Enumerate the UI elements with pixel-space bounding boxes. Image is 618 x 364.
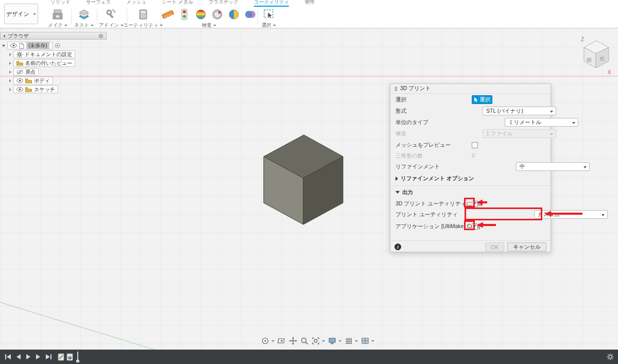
preview-mesh-checkbox[interactable] [472,142,478,148]
measure-ruler-icon[interactable] [162,8,174,21]
visibility-eye-icon[interactable] [16,78,23,83]
expand-arrow-icon[interactable] [9,88,11,91]
tab-solid[interactable]: ソリッド [50,0,71,7]
fit-icon[interactable] [312,337,320,345]
tab-utilities[interactable]: ユーティリティ [254,0,289,7]
orbit-icon[interactable] [261,337,269,345]
tab-plastic[interactable]: プラスチック [209,0,238,7]
fit-control[interactable] [312,337,325,345]
curvature-map-icon[interactable] [228,8,240,21]
print-utility-label: プリント ユーティリティ [396,211,458,218]
look-at-control[interactable] [278,337,286,345]
skip-to-end-button[interactable] [46,354,52,359]
display-settings-control[interactable] [328,337,341,345]
select-icon[interactable] [263,8,275,21]
chevron-down-icon [213,25,216,26]
pan-icon[interactable] [289,337,297,345]
calculator-icon[interactable] [137,8,149,21]
collapse-panel-icon[interactable] [3,34,5,38]
tab-mesh[interactable]: メッシュ [126,0,146,7]
zebra-analysis-icon[interactable] [195,8,207,21]
skip-to-start-button[interactable] [5,354,11,359]
tab-sheet-metal[interactable]: シート メタル [162,0,193,7]
viewports-control[interactable] [361,337,374,345]
look-at-icon[interactable] [278,337,286,345]
expand-arrow-icon[interactable] [9,53,11,56]
browser-item-sketches[interactable]: スケッチ [9,85,58,93]
grid-settings-control[interactable] [345,337,358,345]
accessibility-analysis-icon[interactable] [244,8,256,21]
body-feature-icon[interactable] [66,353,73,361]
addins-tools-icon[interactable] [105,8,117,21]
output-section-row[interactable]: 出力 [396,188,544,197]
step-forward-button[interactable] [36,354,40,359]
visibility-off-icon[interactable] [16,70,23,75]
fusion-window: Z 前 右 X デザイン ソリッド サーフェス メッシュ シート メタル プラス… [0,0,618,364]
zoom-icon[interactable] [300,337,308,345]
group-utility-label[interactable]: ユーティリティ [124,22,163,29]
expanded-section-icon[interactable] [396,191,400,194]
toolbar-divider [161,9,161,25]
interference-traffic-light-icon[interactable] [178,8,191,21]
group-utility: ユーティリティ [128,7,159,29]
make-3d-print-icon[interactable] [52,8,64,21]
format-row: 形式 STL (バイナリ) [396,107,544,115]
tab-surface[interactable]: サーフェス [86,0,111,7]
info-icon[interactable]: i [394,244,401,250]
expand-arrow-icon[interactable] [9,62,11,65]
visibility-eye-icon[interactable] [10,43,17,48]
group-inspect: 検査 [163,7,255,29]
timeline-playhead[interactable] [77,352,78,362]
display-settings-icon[interactable] [328,337,336,345]
active-document-radio-icon[interactable] [55,43,60,48]
step-back-button[interactable] [16,354,21,359]
timeline-bar [0,350,618,364]
browser-item-label: スケッチ [34,86,55,93]
group-addins-label[interactable]: アドイン [99,22,124,29]
play-button[interactable] [26,354,30,359]
display-mode-icon[interactable] [98,33,104,39]
grid-icon[interactable] [345,337,353,345]
dialog-header[interactable]: 3D プリント [390,84,551,94]
orbit-control[interactable] [261,337,274,345]
timeline-settings-gear-icon[interactable] [607,353,614,360]
ok-button[interactable]: OK [485,242,504,251]
nest-icon[interactable] [78,8,90,21]
browser-root-row[interactable]: (未保存) [2,42,60,49]
triangle-count-value: 0 [472,151,545,160]
zoom-control[interactable] [300,337,308,345]
visibility-eye-icon[interactable] [16,87,23,92]
refinement-select[interactable]: 中 [516,162,590,171]
group-select-label[interactable]: 選択 [262,22,276,29]
browser-item-named-views[interactable]: 名前の付いたビュー [9,59,75,67]
design-menu-button[interactable]: デザイン [4,4,38,24]
group-inspect-label[interactable]: 検査 [202,22,216,29]
expand-arrow-icon[interactable] [9,71,11,74]
cancel-button[interactable]: キャンセル [507,242,546,251]
refinement-options-row[interactable]: リファインメント オプション [396,174,544,183]
toolbar-divider [97,9,97,25]
print-utility-select[interactable]: カスタム [534,210,608,219]
pan-control[interactable] [289,337,297,345]
application-checkbox[interactable]: ✓ [472,223,478,230]
selection-button[interactable]: 選択 [472,95,492,104]
collapsed-section-icon[interactable] [396,177,398,181]
browser-item-document-settings[interactable]: ドキュメントの設定 [9,50,75,58]
expand-arrow-icon[interactable] [2,45,5,47]
browser-item-bodies[interactable]: ボディ [9,77,53,84]
format-select[interactable]: STL (バイナリ) [483,107,556,115]
viewcube[interactable]: Z 前 右 X [577,34,616,75]
send-to-print-utility-checkbox[interactable]: ✓ [472,201,478,207]
group-make-label[interactable]: メイク [48,22,67,29]
sketch-feature-icon[interactable] [58,353,64,361]
document-name[interactable]: (未保存) [26,42,49,49]
group-nest-label[interactable]: ネスト [74,22,94,29]
browser-header[interactable]: ブラウザ [0,32,107,40]
tab-manage[interactable]: 管理 [304,0,314,7]
expand-arrow-icon[interactable] [9,79,11,82]
draft-analysis-icon[interactable] [211,8,224,21]
viewports-icon[interactable] [361,337,369,345]
browser-item-origin[interactable]: 原点 [9,68,39,76]
drag-grip-icon[interactable] [394,86,397,91]
unit-type-select[interactable]: ミリメートル [505,118,578,127]
